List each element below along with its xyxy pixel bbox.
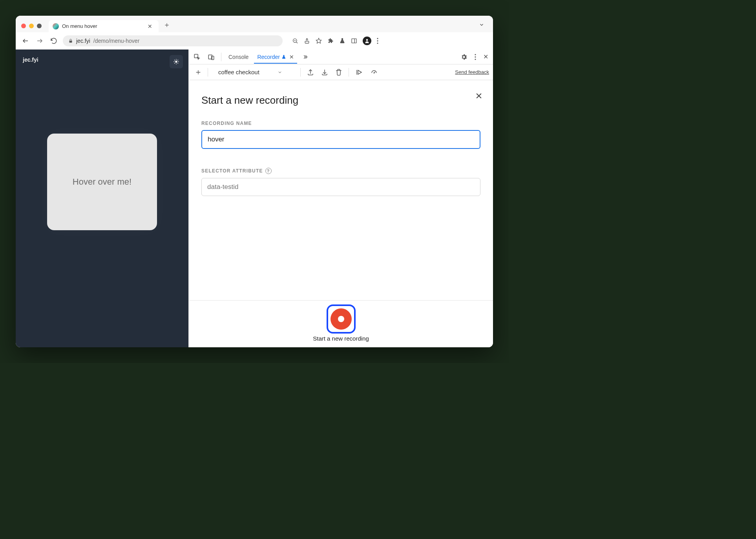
recording-selector[interactable]: coffee checkout — [216, 67, 285, 77]
tab-title: On menu hover — [62, 23, 145, 29]
export-icon[interactable] — [305, 66, 316, 78]
svg-rect-8 — [352, 39, 356, 43]
devtools-tabstrip: Console Recorder ✕ ✕ — [189, 50, 493, 64]
flask-icon — [281, 55, 286, 59]
recording-name-input[interactable] — [201, 130, 480, 149]
devtools-panel: Console Recorder ✕ ✕ coffee checkout — [188, 50, 493, 347]
inspect-element-icon[interactable] — [191, 51, 203, 63]
url-host: jec.fyi — [76, 38, 90, 44]
traffic-lights — [21, 24, 42, 28]
replay-icon[interactable] — [353, 66, 365, 78]
zoom-out-icon[interactable] — [292, 38, 298, 44]
browser-tab[interactable]: On menu hover ✕ — [49, 20, 159, 33]
window-close-button[interactable] — [21, 24, 26, 28]
new-recording-panel: Start a new recording RECORDING NAME SEL… — [189, 80, 493, 300]
settings-gear-icon[interactable] — [458, 51, 470, 63]
nav-back-button[interactable] — [20, 36, 31, 46]
webpage: jec.fyi Hover over me! — [16, 50, 188, 347]
reload-button[interactable] — [49, 36, 59, 46]
svg-line-20 — [177, 63, 178, 63]
svg-point-12 — [377, 40, 378, 41]
tab-recorder[interactable]: Recorder ✕ — [254, 51, 297, 63]
tabs-dropdown-button[interactable] — [479, 22, 484, 28]
svg-line-19 — [174, 60, 175, 60]
site-brand: jec.fyi — [23, 57, 181, 63]
chrome-menu-button[interactable] — [377, 38, 378, 44]
record-icon — [331, 308, 352, 330]
profile-avatar[interactable] — [363, 37, 371, 45]
address-bar[interactable]: jec.fyi/demo/menu-hover — [63, 35, 283, 46]
bookmark-star-icon[interactable] — [316, 38, 322, 44]
experiments-flask-icon[interactable] — [339, 38, 345, 44]
new-recording-icon[interactable] — [193, 67, 204, 78]
omnibar-actions — [292, 37, 378, 45]
svg-point-34 — [374, 72, 374, 73]
delete-icon[interactable] — [333, 66, 345, 78]
omnibar: jec.fyi/demo/menu-hover — [16, 32, 493, 50]
extensions-icon[interactable] — [327, 38, 334, 44]
svg-marker-32 — [358, 70, 362, 74]
send-feedback-link[interactable]: Send feedback — [455, 69, 489, 75]
theme-toggle-button[interactable] — [170, 55, 183, 68]
svg-point-14 — [175, 60, 177, 62]
recording-selector-value: coffee checkout — [218, 69, 259, 75]
tab-console[interactable]: Console — [225, 51, 252, 63]
recording-name-label: RECORDING NAME — [201, 121, 480, 126]
start-recording-button[interactable] — [327, 304, 356, 334]
svg-point-26 — [475, 54, 476, 55]
svg-point-10 — [366, 39, 368, 41]
titlebar: On menu hover ✕ ＋ — [16, 16, 493, 32]
new-tab-button[interactable]: ＋ — [163, 20, 170, 29]
window-maximize-button[interactable] — [37, 24, 42, 28]
nav-forward-button[interactable] — [35, 36, 45, 46]
svg-point-13 — [377, 42, 378, 44]
svg-point-28 — [475, 59, 476, 60]
svg-point-11 — [377, 38, 378, 39]
browser-window: On menu hover ✕ ＋ jec.fyi/demo/menu-hove… — [16, 16, 493, 347]
svg-line-21 — [174, 63, 175, 63]
hover-card[interactable]: Hover over me! — [47, 134, 157, 230]
tab-close-button[interactable]: ✕ — [145, 23, 155, 29]
url-path: /demo/menu-hover — [93, 38, 140, 44]
svg-rect-2 — [69, 41, 72, 43]
tab-close-icon[interactable]: ✕ — [289, 54, 294, 60]
devtools-menu-icon[interactable] — [472, 51, 478, 62]
svg-line-5 — [296, 42, 298, 43]
replay-speed-icon[interactable] — [368, 66, 380, 78]
recorder-toolbar: coffee checkout Send feedback — [189, 64, 493, 80]
svg-line-22 — [177, 60, 178, 60]
help-icon[interactable]: ? — [265, 168, 272, 174]
favicon-icon — [53, 23, 59, 29]
panel-title: Start a new recording — [201, 94, 480, 106]
svg-marker-7 — [316, 38, 321, 43]
content-area: jec.fyi Hover over me! Console Recorder … — [16, 50, 493, 347]
more-tabs-icon[interactable] — [299, 51, 310, 62]
import-icon[interactable] — [319, 66, 331, 78]
panel-footer: Start a new recording — [189, 300, 493, 347]
tab-recorder-label: Recorder — [257, 54, 280, 60]
start-recording-label: Start a new recording — [189, 335, 493, 342]
window-minimize-button[interactable] — [29, 24, 34, 28]
selector-attribute-input[interactable] — [201, 178, 480, 196]
panel-close-button[interactable] — [475, 92, 483, 100]
selector-attribute-label: SELECTOR ATTRIBUTE ? — [201, 168, 480, 174]
side-panel-icon[interactable] — [351, 38, 357, 44]
lock-icon — [68, 38, 73, 44]
share-icon[interactable] — [304, 38, 310, 44]
device-toggle-icon[interactable] — [205, 51, 217, 63]
devtools-close-icon[interactable]: ✕ — [481, 51, 491, 63]
svg-point-27 — [475, 56, 476, 57]
